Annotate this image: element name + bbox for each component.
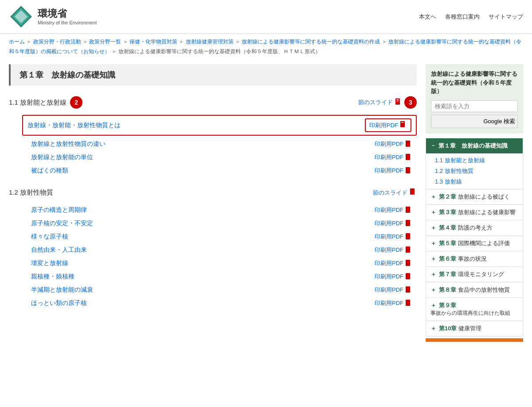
breadcrumb-home[interactable]: ホーム — [9, 39, 25, 45]
sidebar-chapter-5[interactable]: ＋ 第５章 国際機関による評価 — [426, 236, 523, 251]
breadcrumb-current: 放射線による健康影響等に関する統一的な基礎資料（令和５年度版、ＨＴＭＬ形式） — [118, 48, 321, 55]
svg-rect-13 — [406, 207, 410, 213]
chapter-4-label: 第４章 — [439, 224, 456, 232]
sidebar-chapter-9[interactable]: ＋ 第９章 事故からの環境再生に向けた取組 — [426, 298, 523, 321]
header-navigation: 本文へ 各種窓口案内 サイトマップ — [419, 13, 523, 21]
pdf-link-1-2-5[interactable]: 印刷用PDF — [375, 259, 412, 267]
link-row-1-2-1: 原子の構造と周期律 印刷用PDF — [9, 204, 417, 217]
svg-rect-18 — [406, 273, 410, 279]
chapter-5-label: 第５章 — [439, 239, 456, 247]
pdf-link-1-1-first[interactable]: 印刷用PDF — [365, 118, 411, 132]
pdf-link-1-1-3[interactable]: 印刷用PDF — [375, 153, 412, 161]
svg-rect-10 — [406, 154, 410, 160]
link-hangenki[interactable]: 半減期と放射能の減衰 — [31, 286, 93, 294]
sidebar-chapter-10[interactable]: ＋ 第10章 健康管理 — [426, 321, 523, 336]
chapter-title: 第１章 放射線の基礎知識 — [20, 70, 408, 80]
sidebar-chapter-1-items: 1.1 放射能と放射線 1.2 放射性物質 1.3 放射線 — [426, 153, 523, 189]
chapter-9-title: 事故からの環境再生に向けた取組 — [430, 309, 510, 317]
link-genshibunshi[interactable]: 原子の構造と周期律 — [31, 206, 87, 214]
breadcrumb-kenkyo[interactable]: 放射線による健康影響等に関する統一的な基礎資料の作成 — [242, 39, 380, 45]
chapter-5-toggle: ＋ — [430, 239, 436, 247]
link-row-1-2-5: 壊変と放射線 印刷用PDF — [9, 257, 417, 270]
sidebar-chapter-7[interactable]: ＋ 第７章 環境モニタリング — [426, 267, 523, 282]
link-genshikaku[interactable]: 原子核の安定・不安定 — [31, 219, 93, 227]
link-samazama[interactable]: 様々な原子核 — [31, 233, 68, 241]
pdf-link-1-1-2[interactable]: 印刷用PDF — [375, 140, 412, 148]
breadcrumb-seisaku[interactable]: 政策分野・行政活動 — [33, 39, 81, 45]
chapter-8-toggle: ＋ — [430, 286, 436, 294]
slide-label: 節のスライド — [358, 98, 393, 106]
breadcrumb-seisaku-list[interactable]: 政策分野一覧 — [89, 39, 121, 45]
ministry-logo — [9, 4, 33, 29]
sidebar-chapter-3[interactable]: ＋ 第３章 放射線による健康影響 — [426, 205, 523, 220]
breadcrumb-hoken[interactable]: 保健・化学物質対策 — [129, 39, 177, 45]
section-1-2-area: 1.2 放射性物質 節のスライド 原子の構造と周期律 印刷用PDF — [9, 186, 417, 310]
link-more[interactable]: ほっとい類の原子核 — [31, 299, 87, 307]
section-1-1-number-row: 1.1 放射能と放射線 2 — [9, 96, 82, 109]
chapter-10-toggle: ＋ — [430, 325, 436, 333]
link-row-1-1-2: 放射線と放射性物質の違い 印刷用PDF — [9, 137, 417, 151]
pdf-link-1-2-4[interactable]: 印刷用PDF — [375, 246, 412, 254]
pdf-link-1-2-7[interactable]: 印刷用PDF — [375, 286, 412, 294]
link-hibaku[interactable]: 被ばくの種類 — [31, 167, 68, 175]
breadcrumb-hoshasen[interactable]: 放射線健康管理対策 — [186, 39, 234, 45]
chapter-4-title: 防護の考え方 — [458, 224, 493, 232]
sidebar-chapter-8[interactable]: ＋ 第８章 食品中の放射性物質 — [426, 282, 523, 298]
pdf-link-1-2-3[interactable]: 印刷用PDF — [375, 233, 412, 241]
svg-rect-16 — [406, 247, 410, 253]
chapter-6-title: 事故の状況 — [458, 255, 487, 263]
pdf-link-1-1-4[interactable]: 印刷用PDF — [375, 167, 412, 175]
section-1-1-slide-link[interactable]: 節のスライド — [358, 98, 402, 107]
breadcrumb: ホーム ＞ 政策分野・行政活動 ＞ 政策分野一覧 ＞ 保健・化学物質対策 ＞ 放… — [0, 34, 532, 60]
section-1-1-header: 1.1 放射能と放射線 2 節のスライド 3 — [9, 94, 417, 110]
link-tani[interactable]: 放射線と放射能の単位 — [31, 153, 93, 161]
pdf-link-1-2-1[interactable]: 印刷用PDF — [375, 206, 412, 214]
sidebar-sub-1-1[interactable]: 1.1 放射能と放射線 — [435, 155, 518, 166]
pdf-link-more[interactable]: 印刷用PDF — [375, 299, 412, 307]
sidebar-chapter-nav: － 第１章 放射線の基礎知識 1.1 放射能と放射線 1.2 放射性物質 1.3… — [426, 138, 523, 337]
link-kaihen[interactable]: 壊変と放射線 — [31, 259, 68, 267]
chapter-10-label: 第10章 — [439, 325, 457, 333]
badge-2: 2 — [70, 96, 82, 109]
pdf-link-1-2-6[interactable]: 印刷用PDF — [375, 273, 412, 281]
sidebar-chapter-1: － 第１章 放射線の基礎知識 1.1 放射能と放射線 1.2 放射性物質 1.3… — [426, 138, 523, 189]
chapter-10-title: 健康管理 — [458, 325, 481, 333]
link-hoshasen-busshitsu[interactable]: 放射線・放射能・放射性物質とは — [27, 121, 121, 129]
ministry-name-en: Ministry of the Environment — [38, 20, 97, 25]
sidebar-google-search-btn[interactable]: Google 検索 — [431, 115, 518, 128]
sidebar-sub-1-3[interactable]: 1.3 放射線 — [435, 176, 518, 187]
sidebar-sub-1-2[interactable]: 1.2 放射性物質 — [435, 166, 518, 176]
sidebar-panel: 放射線による健康影響等に関する統一的な基礎資料（令和５年度版） Google 検… — [426, 64, 523, 133]
madoguchi-link[interactable]: 各種窓口案内 — [445, 13, 480, 21]
section-1-1-slide-area: 節のスライド 3 — [358, 96, 417, 109]
link-shizen[interactable]: 自然由来・人工由来 — [31, 246, 87, 254]
link-row-1-2-6: 親核種・娘核種 印刷用PDF — [9, 270, 417, 283]
sidebar-chapter-1-header[interactable]: － 第１章 放射線の基礎知識 — [426, 138, 523, 153]
sitemap-link[interactable]: サイトマップ — [489, 13, 523, 21]
link-row-1-2-3: 様々な原子核 印刷用PDF — [9, 230, 417, 243]
link-oya[interactable]: 親核種・娘核種 — [31, 273, 74, 281]
chapter-7-label: 第７章 — [439, 270, 456, 278]
chapter-3-toggle: ＋ — [430, 208, 436, 216]
chapter-6-label: 第６章 — [439, 255, 456, 263]
section-1-2-slide-link[interactable]: 節のスライド — [373, 188, 417, 197]
svg-rect-20 — [406, 300, 410, 306]
sidebar-chapter-4[interactable]: ＋ 第４章 防護の考え方 — [426, 220, 523, 236]
page-header: 環境省 Ministry of the Environment 本文へ 各種窓口… — [0, 0, 532, 34]
link-row-1-1-3: 放射線と放射能の単位 印刷用PDF — [9, 151, 417, 164]
pdf-icon-1-1-first — [400, 121, 407, 130]
pdf-link-1-2-2[interactable]: 印刷用PDF — [375, 219, 412, 227]
chapter-3-label: 第３章 — [439, 208, 456, 216]
pdf-label-1-1-first: 印刷用PDF — [369, 121, 398, 129]
sidebar-chapter-6[interactable]: ＋ 第６章 事故の状況 — [426, 251, 523, 267]
logo-text-area: 環境省 Ministry of the Environment — [38, 8, 97, 25]
honbun-link[interactable]: 本文へ — [419, 13, 436, 21]
link-chigai[interactable]: 放射線と放射性物質の違い — [31, 140, 106, 148]
chapter-3-title: 放射線による健康影響 — [458, 208, 516, 216]
chapter-1-label: 第１章 放射線の基礎知識 — [438, 142, 508, 150]
sidebar-search-input[interactable] — [431, 100, 518, 112]
sidebar-search-btn-area: Google 検索 — [431, 115, 518, 128]
sidebar-chapter-2[interactable]: ＋ 第２章 放射線による被ばく — [426, 189, 523, 205]
chapter-heading: 第１章 放射線の基礎知識 — [9, 64, 417, 86]
chapter-2-label: 第２章 — [439, 193, 456, 201]
